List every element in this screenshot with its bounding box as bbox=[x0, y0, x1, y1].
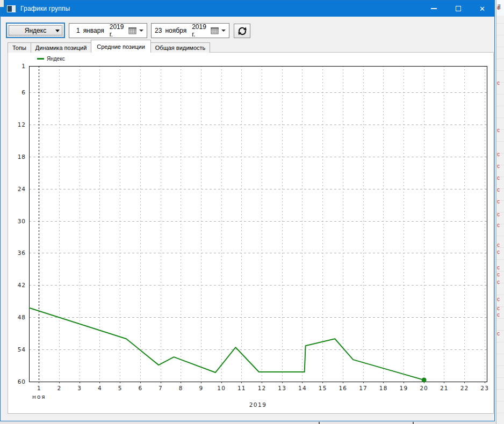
legend-line-swatch bbox=[37, 58, 44, 60]
red-value-fragment: c bbox=[497, 223, 500, 228]
titlebar[interactable]: Графики группы ✕ bbox=[1, 1, 494, 17]
svg-text:2019: 2019 bbox=[249, 401, 267, 408]
svg-text:23: 23 bbox=[480, 385, 489, 391]
background-window-sliver: il ccccccccccccccccccc bbox=[496, 0, 504, 424]
date-from-month: января bbox=[83, 27, 104, 34]
svg-text:12: 12 bbox=[258, 385, 267, 391]
svg-text:13: 13 bbox=[278, 385, 286, 391]
svg-text:ноя: ноя bbox=[32, 393, 46, 400]
date-to-year: 2019 г. bbox=[192, 23, 211, 38]
red-value-fragment: c bbox=[497, 243, 500, 248]
red-value-fragment: c bbox=[497, 81, 500, 86]
svg-text:9: 9 bbox=[199, 385, 203, 391]
svg-text:6: 6 bbox=[138, 385, 142, 391]
svg-text:4: 4 bbox=[98, 385, 102, 391]
svg-text:30: 30 bbox=[18, 218, 26, 224]
chevron-down-icon bbox=[55, 30, 60, 32]
screen: Графики группы ✕ Яндекс 1 января 2019 г. bbox=[0, 0, 504, 424]
date-to-day: 23 bbox=[155, 27, 162, 34]
red-value-fragment: c bbox=[497, 250, 500, 255]
charts-window: Графики группы ✕ Яндекс 1 января 2019 г. bbox=[0, 0, 495, 421]
red-value-fragment: c bbox=[497, 280, 500, 285]
red-value-fragment: c bbox=[497, 152, 500, 157]
date-from-picker[interactable]: 1 января 2019 г. bbox=[69, 23, 147, 38]
svg-text:14: 14 bbox=[298, 385, 307, 391]
refresh-button[interactable] bbox=[234, 24, 250, 38]
date-to-month: ноября bbox=[165, 27, 186, 34]
tab-bar: Топы Динамика позиций Средние позиции Об… bbox=[8, 40, 210, 53]
close-button[interactable]: ✕ bbox=[470, 1, 494, 17]
date-from-day: 1 bbox=[73, 27, 80, 34]
window-title: Графики группы bbox=[20, 5, 70, 12]
red-value-fragment: c bbox=[497, 128, 500, 133]
svg-text:19: 19 bbox=[400, 385, 408, 391]
svg-text:36: 36 bbox=[18, 250, 26, 256]
minimize-icon bbox=[431, 8, 437, 9]
background-grid-mark bbox=[413, 422, 414, 424]
background-grid-mark bbox=[319, 422, 320, 424]
background-corner bbox=[0, 0, 4, 7]
chevron-down-icon[interactable] bbox=[139, 30, 143, 32]
svg-text:17: 17 bbox=[359, 385, 368, 391]
red-value-fragment: c bbox=[497, 212, 500, 217]
svg-text:16: 16 bbox=[339, 385, 347, 391]
red-value-fragment: c bbox=[497, 176, 500, 181]
svg-text:42: 42 bbox=[18, 282, 26, 288]
chart-pane: 1234567891011121314151617181920212223161… bbox=[8, 52, 494, 414]
calendar-icon[interactable] bbox=[128, 27, 136, 34]
svg-text:1: 1 bbox=[21, 63, 26, 69]
minimize-button[interactable] bbox=[422, 1, 446, 17]
svg-text:5: 5 bbox=[118, 385, 123, 391]
svg-text:24: 24 bbox=[18, 186, 26, 192]
legend-label: Яндекс bbox=[47, 56, 65, 62]
date-to-picker[interactable]: 23 ноября 2019 г. bbox=[151, 23, 229, 38]
svg-text:8: 8 bbox=[179, 385, 183, 391]
svg-text:18: 18 bbox=[379, 385, 388, 391]
svg-text:10: 10 bbox=[217, 385, 226, 391]
tab-average-positions[interactable]: Средние позиции bbox=[91, 40, 150, 53]
red-value-fragment: c bbox=[497, 331, 500, 337]
svg-text:18: 18 bbox=[18, 153, 26, 160]
svg-text:12: 12 bbox=[18, 121, 26, 128]
red-value-fragment: c bbox=[497, 306, 500, 311]
red-value-fragment: c bbox=[497, 164, 500, 169]
svg-text:15: 15 bbox=[319, 385, 327, 391]
maximize-icon bbox=[456, 6, 461, 11]
svg-text:7: 7 bbox=[159, 385, 163, 391]
maximize-button[interactable] bbox=[446, 1, 470, 17]
window-controls: ✕ bbox=[422, 1, 494, 17]
svg-text:21: 21 bbox=[440, 385, 449, 391]
red-value-fragment: c bbox=[497, 5, 500, 11]
app-icon bbox=[7, 5, 16, 12]
svg-text:3: 3 bbox=[77, 385, 82, 391]
refresh-icon bbox=[237, 26, 247, 36]
red-value-fragment: c bbox=[497, 297, 500, 302]
svg-text:20: 20 bbox=[420, 385, 428, 391]
chevron-down-icon[interactable] bbox=[221, 30, 226, 32]
svg-text:60: 60 bbox=[18, 378, 26, 385]
close-icon: ✕ bbox=[479, 5, 485, 12]
tab-overall-visibility[interactable]: Общая видимость bbox=[150, 42, 211, 53]
chart-legend: Яндекс bbox=[37, 55, 65, 62]
focus-rect bbox=[9, 25, 62, 35]
svg-text:1: 1 bbox=[37, 385, 41, 391]
tab-tops[interactable]: Топы bbox=[8, 42, 31, 53]
engine-select[interactable]: Яндекс bbox=[6, 23, 65, 38]
red-value-fragment: c bbox=[497, 312, 500, 318]
red-value-fragment: c bbox=[497, 272, 500, 277]
svg-text:6: 6 bbox=[21, 89, 26, 96]
red-value-fragment: c bbox=[497, 187, 500, 193]
svg-text:2: 2 bbox=[57, 385, 62, 391]
calendar-icon[interactable] bbox=[211, 27, 219, 34]
svg-text:48: 48 bbox=[18, 314, 26, 320]
red-value-fragment: c bbox=[497, 199, 500, 204]
average-positions-chart: 1234567891011121314151617181920212223161… bbox=[8, 53, 493, 413]
svg-text:11: 11 bbox=[237, 385, 246, 391]
background-bottom-strip bbox=[0, 422, 495, 424]
svg-text:22: 22 bbox=[460, 385, 469, 391]
red-value-fragment: c bbox=[497, 265, 500, 271]
date-from-year: 2019 г. bbox=[110, 23, 128, 38]
svg-text:54: 54 bbox=[18, 346, 26, 353]
tab-position-dynamics[interactable]: Динамика позиций bbox=[31, 42, 91, 53]
